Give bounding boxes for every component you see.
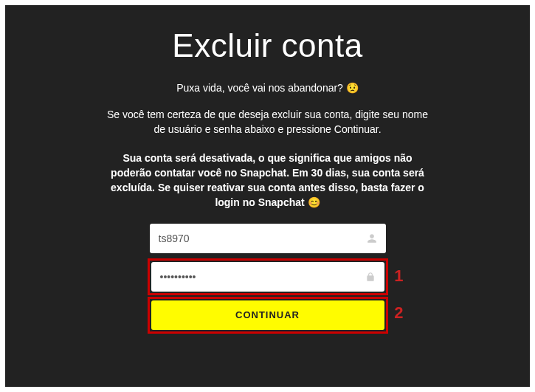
smile-face-emoji: 😊 xyxy=(308,196,320,208)
subtitle: Puxa vida, você vai nos abandonar? 😟 xyxy=(35,82,500,94)
continue-button-wrap: CONTINUAR xyxy=(150,299,386,331)
annotation-number-1: 1 xyxy=(394,267,403,286)
deactivation-text: Sua conta será desativada, o que signifi… xyxy=(111,152,424,209)
annotation-number-2: 2 xyxy=(394,303,403,323)
subtitle-text: Puxa vida, você vai nos abandonar? xyxy=(176,82,346,94)
user-icon xyxy=(367,233,377,244)
delete-account-panel: Excluir conta Puxa vida, você vai nos ab… xyxy=(5,5,530,387)
instruction-paragraph: Se você tem certeza de que deseja exclui… xyxy=(106,107,430,137)
deactivation-notice: Sua conta será desativada, o que signifi… xyxy=(106,151,430,210)
username-input[interactable] xyxy=(150,224,386,253)
page-title: Excluir conta xyxy=(35,27,500,64)
username-field-wrap xyxy=(150,224,386,253)
lock-icon xyxy=(365,272,376,282)
sad-face-emoji: 😟 xyxy=(346,82,359,94)
delete-account-form: CONTINUAR 1 2 xyxy=(150,224,386,331)
password-field-wrap xyxy=(150,261,386,293)
password-input[interactable] xyxy=(151,262,384,292)
continue-button[interactable]: CONTINUAR xyxy=(151,300,384,330)
